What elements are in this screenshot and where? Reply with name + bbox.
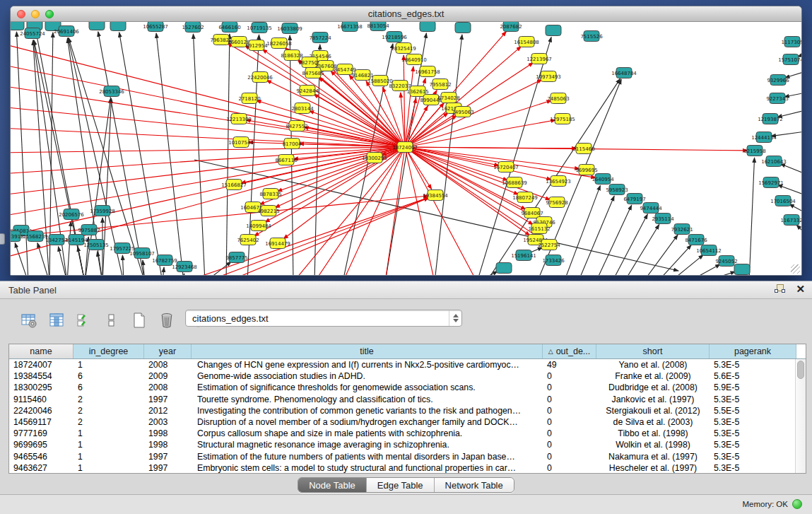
- graph-edge[interactable]: [184, 274, 184, 275]
- graph-node[interactable]: 8215958: [743, 146, 765, 156]
- graph-edge[interactable]: [156, 33, 184, 275]
- graph-node[interactable]: 4982215: [257, 206, 279, 216]
- graph-edge[interactable]: [643, 235, 678, 275]
- column-chooser-icon[interactable]: [46, 310, 67, 330]
- graph-node[interactable]: [11, 22, 24, 30]
- graph-node[interactable]: 7495063: [452, 107, 473, 117]
- window-resize-grip[interactable]: [791, 264, 800, 274]
- graph-node[interactable]: 13654923: [546, 176, 571, 187]
- graph-node[interactable]: 10655287: [143, 22, 168, 32]
- graph-edge[interactable]: [796, 225, 801, 234]
- graph-node[interactable]: 817004: [283, 139, 302, 149]
- graph-edge[interactable]: [777, 185, 801, 195]
- graph-node[interactable]: 15166827: [221, 180, 247, 190]
- graph-node[interactable]: 16671358: [337, 22, 363, 32]
- network-view-window[interactable]: citations_edges.txt 24055724206914061065…: [10, 6, 802, 276]
- graph-node[interactable]: 8427552: [286, 121, 307, 132]
- graph-node[interactable]: [496, 263, 512, 274]
- dropdown-stepper-icon[interactable]: [449, 310, 461, 326]
- graph-node[interactable]: 9474444: [640, 203, 662, 214]
- graph-edge[interactable]: [578, 196, 614, 275]
- table-row[interactable]: 1456911722003Disruption of a novel membe…: [9, 416, 806, 428]
- graph-node[interactable]: 1117309: [781, 37, 801, 47]
- graph-node[interactable]: 9329966: [767, 75, 789, 86]
- graph-node[interactable]: 18325419: [391, 43, 416, 54]
- graph-node[interactable]: 17016504: [770, 196, 796, 206]
- graph-edge[interactable]: [405, 147, 551, 180]
- graph-node[interactable]: 15692971: [758, 177, 784, 188]
- graph-node[interactable]: 8878335: [259, 189, 281, 199]
- graph-node[interactable]: 16648784: [611, 68, 637, 78]
- graph-node[interactable]: 12975185: [550, 114, 575, 124]
- graph-node[interactable]: 10688639: [502, 177, 527, 188]
- column-header-title[interactable]: title: [192, 344, 543, 358]
- graph-node[interactable]: 18226058: [266, 38, 292, 49]
- graph-node[interactable]: 9115460: [572, 144, 594, 154]
- graph-edge[interactable]: [98, 32, 145, 275]
- graph-node[interactable]: 9699695: [575, 165, 597, 175]
- graph-node[interactable]: 5958923: [606, 185, 628, 195]
- column-header-out_de[interactable]: △out_de...: [543, 344, 596, 358]
- graph-node[interactable]: 1167332: [780, 215, 801, 226]
- graph-node[interactable]: 2087682: [500, 22, 522, 32]
- graph-node[interactable]: 16154808: [514, 37, 539, 47]
- graph-node[interactable]: 10107544: [228, 137, 254, 148]
- close-panel-icon[interactable]: ✕: [796, 284, 805, 295]
- table-row[interactable]: 1830029562008Estimation of significance …: [9, 382, 806, 393]
- graph-node[interactable]: 6479197: [623, 194, 645, 204]
- row-height-icon[interactable]: [101, 310, 122, 330]
- tab-edge-table[interactable]: Edge Table: [367, 478, 435, 492]
- graph-node[interactable]: 6466160: [218, 22, 240, 33]
- graph-edge[interactable]: [688, 264, 720, 275]
- graph-node[interactable]: 10973493: [536, 71, 561, 82]
- graph-node[interactable]: [89, 22, 105, 30]
- table-row[interactable]: 946554611997Estimation of the future num…: [9, 451, 806, 462]
- graph-node[interactable]: 2522754: [538, 240, 560, 250]
- graph-node[interactable]: 16033809: [277, 23, 302, 34]
- graph-node[interactable]: 9857775: [225, 252, 247, 263]
- table-settings-icon[interactable]: [18, 310, 40, 330]
- graph-edge[interactable]: [596, 205, 632, 275]
- graph-edge[interactable]: [657, 245, 691, 275]
- graph-edge[interactable]: [749, 158, 755, 275]
- graph-node[interactable]: 2718120: [238, 93, 260, 104]
- table-selector-dropdown[interactable]: citations_edges.txt: [185, 310, 462, 327]
- graph-node[interactable]: 8667110: [275, 155, 297, 165]
- graph-node[interactable]: 16961758: [415, 66, 440, 77]
- graph-edge[interactable]: [11, 147, 405, 238]
- graph-edge[interactable]: [670, 255, 703, 275]
- graph-edge[interactable]: [78, 247, 85, 275]
- graph-edge[interactable]: [193, 34, 205, 275]
- new-table-icon[interactable]: [129, 310, 150, 330]
- graph-node[interactable]: 22420046: [247, 72, 273, 83]
- graph-node[interactable]: 19218596: [382, 32, 407, 42]
- column-header-short[interactable]: short: [596, 344, 710, 358]
- graph-node[interactable]: 1615132: [528, 223, 550, 234]
- graph-node[interactable]: [455, 23, 471, 33]
- column-header-in_degree[interactable]: in_degree: [73, 344, 144, 358]
- table-row[interactable]: 977716911998Corpus callosum shape and si…: [9, 428, 806, 439]
- table-row[interactable]: 946362711997Embryonic stem cells: a mode…: [9, 462, 806, 473]
- graph-edge[interactable]: [67, 221, 71, 275]
- graph-node[interactable]: 8471676: [685, 235, 707, 245]
- graph-edge[interactable]: [11, 64, 405, 147]
- table-scrollbar[interactable]: [795, 359, 806, 473]
- graph-node[interactable]: 9242844: [296, 86, 319, 96]
- table-row[interactable]: 1872400712008Changes of HCN gene express…: [9, 359, 806, 370]
- graph-node[interactable]: 20206576: [59, 209, 84, 220]
- graph-node[interactable]: 7932621: [671, 224, 693, 235]
- graph-node[interactable]: 9756928: [546, 197, 567, 208]
- graph-edge[interactable]: [314, 147, 405, 275]
- graph-node[interactable]: 2803144: [291, 103, 314, 114]
- graph-node[interactable]: [546, 25, 561, 36]
- table-row[interactable]: 911546021997Tourette syndrome. Phenomeno…: [9, 394, 806, 405]
- window-titlebar[interactable]: citations_edges.txt: [11, 6, 801, 22]
- graph-node[interactable]: 15720407: [493, 162, 519, 173]
- network-canvas[interactable]: 2405572420691406106552871527602646616010…: [11, 22, 801, 275]
- table-scrollbar-thumb[interactable]: [797, 361, 804, 379]
- graph-node[interactable]: 7515526: [580, 31, 603, 42]
- graph-edge[interactable]: [703, 271, 735, 275]
- graph-node[interactable]: [420, 22, 435, 32]
- graph-node[interactable]: 1342757: [45, 235, 67, 245]
- graph-node[interactable]: 12444134: [751, 132, 777, 143]
